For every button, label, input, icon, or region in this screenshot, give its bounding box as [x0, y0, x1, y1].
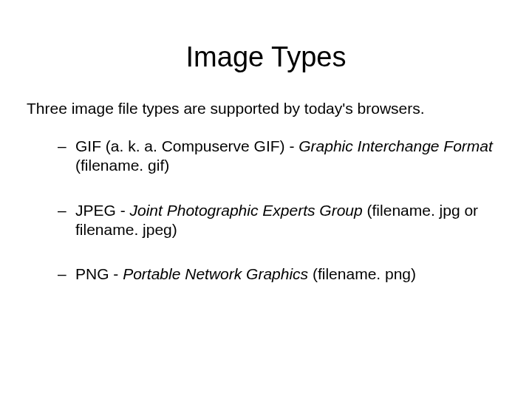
item-italic: Graphic Interchange Format [299, 137, 493, 154]
slide: Image Types Three image file types are s… [0, 41, 532, 399]
item-suffix: (filename. gif) [75, 157, 169, 174]
item-italic: Portable Network Graphics [123, 265, 308, 282]
item-italic: Joint Photographic Experts Group [130, 202, 363, 219]
item-prefix: GIF (a. k. a. Compuserve GIF) - [75, 137, 299, 154]
bullet-dash: – [58, 265, 66, 284]
item-suffix: (filename. png) [308, 265, 416, 282]
bullet-dash: – [58, 201, 66, 220]
item-prefix: JPEG - [75, 202, 130, 219]
item-prefix: PNG - [75, 265, 123, 282]
bullet-list: – GIF (a. k. a. Compuserve GIF) - Graphi… [58, 137, 505, 284]
list-item: – JPEG - Joint Photographic Experts Grou… [58, 201, 505, 240]
list-item: – GIF (a. k. a. Compuserve GIF) - Graphi… [58, 137, 505, 176]
slide-title: Image Types [0, 41, 532, 73]
intro-text: Three image file types are supported by … [27, 100, 505, 117]
list-item: – PNG - Portable Network Graphics (filen… [58, 265, 505, 284]
bullet-dash: – [58, 137, 66, 156]
